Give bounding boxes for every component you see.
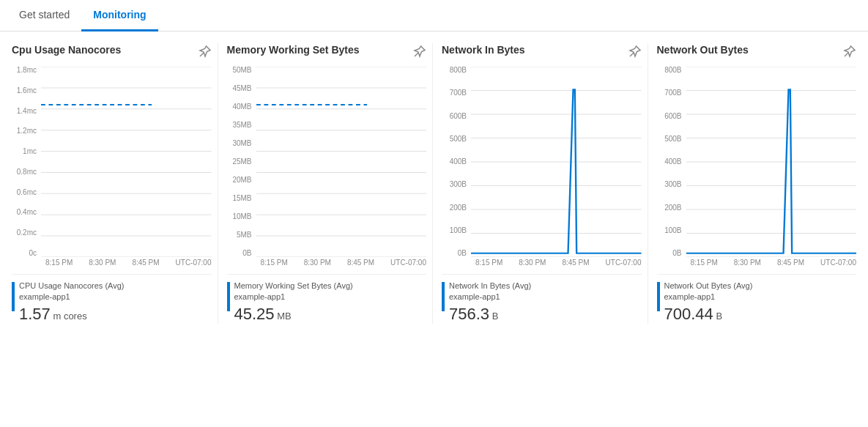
charts-container: Cpu Usage Nanocores1.8mc1.6mc1.4mc1.2mc1…: [0, 31, 868, 335]
x-label: 8:30 PM: [304, 259, 331, 267]
y-axis-network-in: 800B700B600B500B400B300B200B100B0B: [442, 67, 471, 257]
y-label: 400B: [450, 158, 467, 166]
y-label: 50MB: [232, 67, 251, 74]
legend-title: Network Out Bytes (Avg): [664, 281, 753, 292]
y-label: 10MB: [232, 213, 251, 220]
y-label: 0.2mc: [17, 229, 37, 237]
y-label: 300B: [450, 181, 467, 188]
y-label: 1.8mc: [17, 67, 37, 74]
y-label: 20MB: [232, 177, 251, 184]
tab-monitoring[interactable]: Monitoring: [81, 0, 157, 31]
chart-header-cpu: Cpu Usage Nanocores: [12, 43, 212, 61]
chart-title-memory: Memory Working Set Bytes: [227, 43, 360, 56]
pin-icon-network-out[interactable]: [843, 45, 856, 61]
chart-area-network-out: 800B700B600B500B400B300B200B100B0B: [657, 67, 857, 257]
tabs-bar: Get startedMonitoring: [0, 0, 868, 31]
chart-legend-memory: Memory Working Set Bytes (Avg)example-ap…: [227, 274, 427, 324]
legend-value: 756.3 B: [449, 305, 531, 324]
y-label: 300B: [664, 181, 681, 188]
legend-sub: example-app1: [234, 292, 353, 302]
legend-bar-cpu: [12, 282, 15, 311]
svg-line-0: [200, 53, 204, 56]
y-label: 100B: [664, 227, 681, 234]
y-label: 200B: [664, 204, 681, 212]
y-label: 1.2mc: [17, 127, 37, 135]
y-label: 1mc: [23, 148, 37, 155]
chart-panel-cpu: Cpu Usage Nanocores1.8mc1.6mc1.4mc1.2mc1…: [6, 43, 218, 324]
y-label: 0B: [672, 250, 681, 257]
y-label: 45MB: [232, 85, 251, 92]
chart-title-network-out: Network Out Bytes: [657, 43, 749, 56]
x-label: 8:45 PM: [777, 259, 804, 267]
legend-sub: example-app1: [19, 292, 124, 302]
legend-unit: MB: [275, 311, 292, 322]
legend-text-network-in: Network In Bytes (Avg)example-app1756.3 …: [449, 281, 531, 324]
chart-panel-network-in: Network In Bytes800B700B600B500B400B300B…: [436, 43, 648, 324]
pin-icon-memory[interactable]: [413, 45, 426, 61]
pin-icon-cpu[interactable]: [199, 45, 212, 61]
legend-sub: example-app1: [664, 292, 753, 302]
legend-title: Memory Working Set Bytes (Avg): [234, 281, 353, 292]
y-label: 100B: [450, 227, 467, 234]
y-label: 1.6mc: [17, 87, 37, 94]
legend-title: CPU Usage Nanocores (Avg): [19, 281, 124, 292]
y-label: 0.8mc: [17, 168, 37, 176]
legend-text-network-out: Network Out Bytes (Avg)example-app1700.4…: [664, 281, 753, 324]
svg-line-12: [415, 53, 418, 56]
legend-text-memory: Memory Working Set Bytes (Avg)example-ap…: [234, 281, 353, 324]
chart-legend-network-in: Network In Bytes (Avg)example-app1756.3 …: [442, 274, 642, 324]
chart-svg-network-in: [471, 67, 642, 257]
chart-svg-cpu: [41, 67, 212, 257]
x-label: UTC-07:00: [820, 259, 856, 267]
chart-title-cpu: Cpu Usage Nanocores: [12, 43, 121, 56]
y-label: 800B: [450, 67, 467, 74]
legend-value: 1.57 m cores: [19, 305, 124, 324]
legend-unit: B: [713, 311, 722, 322]
x-label: UTC-07:00: [390, 259, 426, 267]
chart-area-cpu: 1.8mc1.6mc1.4mc1.2mc1mc0.8mc0.6mc0.4mc0.…: [12, 67, 212, 257]
x-label: UTC-07:00: [176, 259, 212, 267]
pin-icon-network-in[interactable]: [628, 45, 642, 61]
y-label: 0c: [29, 250, 37, 257]
x-label: UTC-07:00: [606, 259, 642, 267]
y-label: 15MB: [232, 195, 251, 202]
x-label: 8:30 PM: [519, 259, 546, 267]
y-label: 0.4mc: [17, 209, 37, 216]
x-label: 8:15 PM: [475, 259, 502, 267]
y-label: 25MB: [232, 158, 251, 166]
y-label: 500B: [450, 135, 467, 143]
y-label: 700B: [664, 89, 681, 97]
y-axis-network-out: 800B700B600B500B400B300B200B100B0B: [657, 67, 686, 257]
y-label: 1.4mc: [17, 108, 37, 115]
x-label: 8:45 PM: [562, 259, 589, 267]
legend-sub: example-app1: [449, 292, 531, 302]
y-label: 700B: [450, 89, 467, 97]
chart-area-network-in: 800B700B600B500B400B300B200B100B0B: [442, 67, 642, 257]
chart-legend-network-out: Network Out Bytes (Avg)example-app1700.4…: [657, 274, 857, 324]
y-label: 600B: [450, 113, 467, 120]
x-label: 8:45 PM: [347, 259, 374, 267]
y-label: 30MB: [232, 140, 251, 147]
chart-header-network-out: Network Out Bytes: [657, 43, 857, 61]
svg-line-24: [630, 53, 634, 56]
legend-text-cpu: CPU Usage Nanocores (Avg)example-app11.5…: [19, 281, 124, 324]
y-label: 800B: [664, 67, 681, 74]
y-label: 600B: [664, 113, 681, 120]
y-axis-cpu: 1.8mc1.6mc1.4mc1.2mc1mc0.8mc0.6mc0.4mc0.…: [12, 67, 41, 257]
chart-header-memory: Memory Working Set Bytes: [227, 43, 427, 61]
x-label: 8:15 PM: [261, 259, 288, 267]
y-label: 0.6mc: [17, 189, 37, 196]
chart-svg-network-out: [686, 67, 857, 257]
y-axis-memory: 50MB45MB40MB35MB30MB25MB20MB15MB10MB5MB0…: [227, 67, 256, 257]
chart-header-network-in: Network In Bytes: [442, 43, 642, 61]
x-label: 8:30 PM: [89, 259, 116, 267]
x-axis-cpu: 8:15 PM8:30 PM8:45 PMUTC-07:00: [12, 259, 212, 267]
legend-value: 700.44 B: [664, 305, 753, 324]
chart-panel-memory: Memory Working Set Bytes50MB45MB40MB35MB…: [221, 43, 434, 324]
tab-get-started[interactable]: Get started: [7, 0, 81, 31]
chart-title-network-in: Network In Bytes: [442, 43, 525, 56]
x-axis-network-out: 8:15 PM8:30 PM8:45 PMUTC-07:00: [657, 259, 857, 267]
y-label: 35MB: [232, 122, 251, 129]
y-label: 5MB: [237, 231, 252, 239]
y-label: 40MB: [232, 103, 251, 111]
